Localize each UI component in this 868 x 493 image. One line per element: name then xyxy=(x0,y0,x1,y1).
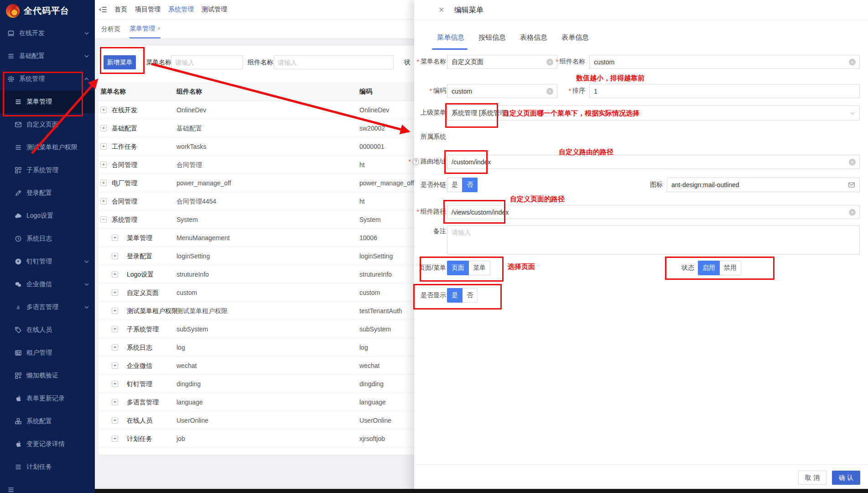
sidebar-item[interactable]: 企业微信 xyxy=(0,273,95,296)
status-option[interactable]: 启用 xyxy=(698,261,720,275)
sidebar-item[interactable]: 表单更新记录 xyxy=(0,387,95,410)
sort-input[interactable]: 1 xyxy=(589,84,860,98)
sidebar-item[interactable]: 测试菜单租户权限 xyxy=(0,136,95,159)
wechat-icon xyxy=(14,281,22,288)
expand-icon[interactable]: + xyxy=(112,253,118,259)
sidebar-item[interactable]: 钉钉管理 xyxy=(0,250,95,273)
expand-icon[interactable]: + xyxy=(112,362,118,369)
sidebar-item[interactable] xyxy=(0,478,95,493)
sidebar-item[interactable]: 基础配置 xyxy=(0,45,95,68)
clear-icon[interactable]: × xyxy=(849,58,856,65)
drawer-tab[interactable]: 表单信息 xyxy=(561,28,589,47)
nav-item[interactable]: 系统管理 xyxy=(166,5,196,14)
sidebar-item[interactable]: 子系统管理 xyxy=(0,159,95,182)
sidebar-item[interactable]: 自定义页面 xyxy=(0,113,95,136)
code-input[interactable]: custom × xyxy=(447,84,557,98)
sidebar-item[interactable]: 在线开发 xyxy=(0,22,95,45)
route-input[interactable]: /custom/index × xyxy=(447,155,860,169)
sidebar-item[interactable]: 计划任务 xyxy=(0,456,95,478)
sidebar-item[interactable]: 系统管理 xyxy=(0,68,95,90)
sidebar-item[interactable]: 租户管理 xyxy=(0,341,95,364)
expand-icon[interactable]: + xyxy=(100,107,107,113)
blocks-icon xyxy=(14,418,22,425)
icon-input[interactable]: ant-design:mail-outlined xyxy=(667,178,860,192)
sidebar-item[interactable]: a多语言管理 xyxy=(0,296,95,319)
apple-icon xyxy=(14,441,22,448)
expand-icon[interactable]: + xyxy=(112,344,118,351)
remark-textarea[interactable] xyxy=(447,226,860,255)
sidebar-item-label: 变更记录详情 xyxy=(26,440,65,448)
expand-icon[interactable]: + xyxy=(100,162,107,168)
tab-label: 分析页 xyxy=(101,25,120,33)
clear-icon[interactable]: × xyxy=(849,209,856,215)
app-logo: 全代码平台 xyxy=(0,0,95,22)
parent-menu-select[interactable]: 系统管理 [系统管理] xyxy=(447,105,860,121)
close-icon[interactable]: × xyxy=(157,26,161,32)
page_or_menu-option[interactable]: 页面 xyxy=(447,261,469,275)
drawer-tab[interactable]: 表格信息 xyxy=(520,28,547,47)
sidebar-item-label: 企业微信 xyxy=(26,280,52,288)
nav-item[interactable]: 首页 xyxy=(113,5,129,14)
sidebar-item[interactable]: 在线人员 xyxy=(0,319,95,341)
history-icon xyxy=(14,235,22,243)
expand-icon[interactable]: + xyxy=(112,435,118,442)
page-tab[interactable]: 菜单管理× xyxy=(130,20,161,38)
expand-icon[interactable]: + xyxy=(112,326,118,332)
visible-option[interactable]: 是 xyxy=(447,288,463,303)
cell-menu-name: 多语言管理 xyxy=(127,393,159,411)
component-path-input[interactable]: /views/custom/index × xyxy=(447,205,860,219)
sidebar-item[interactable]: Logo设置 xyxy=(0,205,95,227)
add-menu-button[interactable]: 新增菜单 xyxy=(104,55,136,69)
sidebar-item[interactable]: 懒加载验证 xyxy=(0,364,95,387)
close-icon[interactable]: × xyxy=(439,4,444,16)
status-option[interactable]: 禁用 xyxy=(719,261,741,275)
help-icon[interactable]: ? xyxy=(412,158,419,165)
visible-option[interactable]: 否 xyxy=(462,288,478,303)
expand-icon[interactable]: + xyxy=(100,198,107,205)
sidebar-item-label: 系统管理 xyxy=(19,75,45,83)
expand-icon[interactable]: + xyxy=(100,143,107,150)
expand-icon[interactable]: + xyxy=(112,417,118,424)
cell-code: loginSetting xyxy=(359,247,393,265)
expand-icon[interactable]: + xyxy=(112,235,118,241)
column-header: 菜单名称 xyxy=(100,82,126,101)
expand-icon[interactable]: + xyxy=(112,271,118,278)
filter-label-component-name: 组件名称 xyxy=(248,58,273,67)
cell-code: 0000001 xyxy=(359,137,385,156)
expand-icon[interactable]: + xyxy=(112,381,118,387)
sidebar-item[interactable]: 系统日志 xyxy=(0,227,95,250)
clear-icon[interactable]: × xyxy=(849,158,856,165)
external-option[interactable]: 否 xyxy=(462,178,478,192)
sidebar-item[interactable]: 登录配置 xyxy=(0,182,95,205)
page_or_menu-option[interactable]: 菜单 xyxy=(468,261,490,275)
clear-icon[interactable]: × xyxy=(546,58,553,65)
cancel-button[interactable]: 取 消 xyxy=(798,471,826,485)
cell-code: ht xyxy=(359,156,365,174)
mail-icon[interactable] xyxy=(848,181,855,189)
collapse-icon[interactable]: − xyxy=(100,216,107,223)
sidebar-item[interactable]: 变更记录详情 xyxy=(0,433,95,456)
component-name-filter-input[interactable] xyxy=(274,55,394,69)
confirm-button[interactable]: 确 认 xyxy=(832,471,860,485)
expand-icon[interactable]: + xyxy=(100,180,107,186)
sidebar-item[interactable]: 菜单管理 xyxy=(0,90,95,113)
drawer-tab[interactable]: 按钮信息 xyxy=(478,28,506,47)
expand-icon[interactable]: + xyxy=(100,125,107,131)
expand-icon[interactable]: + xyxy=(112,289,118,296)
list-icon xyxy=(7,486,15,493)
expand-icon[interactable]: + xyxy=(112,399,118,405)
component-name-input[interactable]: custom × xyxy=(589,55,860,69)
clear-icon[interactable]: × xyxy=(546,88,553,94)
external-option[interactable]: 是 xyxy=(447,178,463,192)
sidebar-item[interactable]: 系统配置 xyxy=(0,410,95,433)
page-tab[interactable]: 分析页 xyxy=(101,20,120,38)
nav-item[interactable]: 项目管理 xyxy=(133,5,162,14)
menu-name-filter-input[interactable] xyxy=(171,55,243,69)
chevron-down-icon xyxy=(84,283,89,286)
expand-icon[interactable]: + xyxy=(112,308,118,314)
external-toggle: 是否 xyxy=(447,178,478,192)
nav-item[interactable]: 测试管理 xyxy=(200,5,229,14)
drawer-tab[interactable]: 菜单信息 xyxy=(437,28,464,47)
menu-fold-icon[interactable] xyxy=(99,6,107,13)
menu-name-input[interactable]: 自定义页面 × xyxy=(447,55,557,69)
